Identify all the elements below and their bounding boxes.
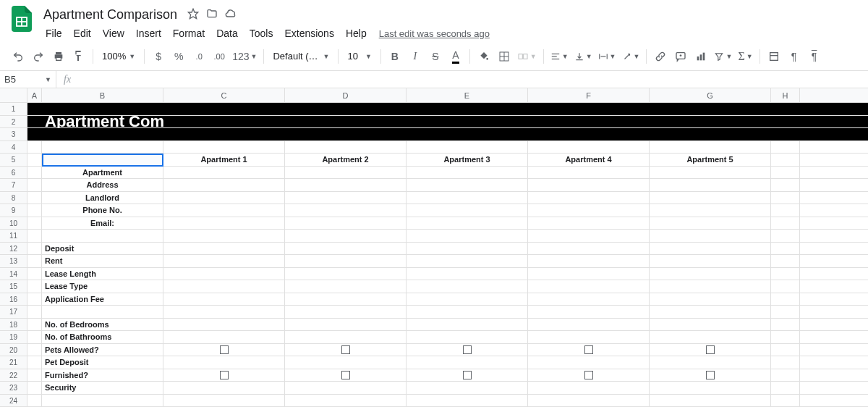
- cell[interactable]: [27, 243, 42, 255]
- cell[interactable]: [528, 204, 650, 217]
- cell[interactable]: [27, 255, 42, 267]
- cell[interactable]: [771, 243, 800, 255]
- cell[interactable]: [650, 382, 771, 394]
- percent-button[interactable]: %: [169, 47, 188, 66]
- cell[interactable]: [407, 167, 528, 179]
- cell[interactable]: [528, 369, 650, 382]
- last-edit-link[interactable]: Last edit was seconds ago: [379, 28, 490, 39]
- row-label[interactable]: Deposit: [42, 243, 163, 255]
- cell[interactable]: [27, 319, 42, 331]
- cell[interactable]: [285, 255, 407, 267]
- cell[interactable]: [42, 141, 163, 154]
- cell[interactable]: [650, 230, 771, 242]
- apartment-header[interactable]: Apartment 3: [407, 154, 528, 166]
- cell[interactable]: [27, 280, 42, 293]
- cell[interactable]: [285, 217, 407, 230]
- row-label[interactable]: Phone No.: [42, 204, 163, 217]
- cell[interactable]: [163, 116, 285, 128]
- cell[interactable]: [771, 395, 800, 407]
- cell[interactable]: [285, 319, 407, 331]
- cell[interactable]: [528, 280, 650, 293]
- cell[interactable]: [528, 103, 650, 115]
- cell[interactable]: [42, 306, 163, 318]
- cell[interactable]: [42, 128, 163, 140]
- cell[interactable]: [27, 293, 42, 306]
- cell[interactable]: [407, 369, 528, 382]
- row-header-21[interactable]: 21: [0, 356, 27, 369]
- cell[interactable]: [771, 369, 800, 382]
- cell[interactable]: [528, 319, 650, 331]
- cell[interactable]: [407, 192, 528, 204]
- cell[interactable]: [163, 243, 285, 255]
- cell[interactable]: [163, 344, 285, 356]
- cell[interactable]: [407, 243, 528, 255]
- cell[interactable]: [407, 128, 528, 140]
- cell[interactable]: [650, 116, 771, 128]
- checkbox[interactable]: [706, 345, 715, 354]
- cell[interactable]: [771, 192, 800, 204]
- cell[interactable]: [528, 141, 650, 154]
- cell[interactable]: [285, 382, 407, 394]
- cell[interactable]: [407, 356, 528, 369]
- cell[interactable]: [27, 167, 42, 179]
- cell[interactable]: [650, 331, 771, 343]
- font-family-select[interactable]: Default (Ari...▼: [268, 51, 333, 62]
- cell[interactable]: [285, 204, 407, 217]
- sheets-logo[interactable]: [9, 6, 35, 32]
- cell[interactable]: [528, 230, 650, 242]
- menu-view[interactable]: View: [98, 25, 129, 42]
- apartment-header[interactable]: Apartment 5: [650, 154, 771, 166]
- cell[interactable]: [163, 395, 285, 407]
- cell[interactable]: [163, 280, 285, 293]
- row-label[interactable]: Address: [42, 179, 163, 191]
- zoom-select[interactable]: 100%▼: [98, 51, 140, 62]
- checkbox[interactable]: [463, 345, 472, 354]
- row-header-4[interactable]: 4: [0, 141, 27, 154]
- col-header-B[interactable]: B: [42, 88, 163, 102]
- cell[interactable]: [407, 116, 528, 128]
- cell[interactable]: [407, 230, 528, 242]
- cell[interactable]: [163, 167, 285, 179]
- cell[interactable]: [285, 369, 407, 382]
- toolbar-icon-3[interactable]: ¶: [805, 47, 824, 66]
- cell[interactable]: [163, 369, 285, 382]
- formula-input[interactable]: [78, 71, 868, 88]
- cell[interactable]: [285, 293, 407, 306]
- cell[interactable]: [650, 255, 771, 267]
- cell[interactable]: [27, 116, 42, 128]
- cell[interactable]: [285, 344, 407, 356]
- insert-link-button[interactable]: [651, 47, 670, 66]
- italic-button[interactable]: I: [406, 47, 425, 66]
- cell[interactable]: [650, 293, 771, 306]
- cell[interactable]: [407, 306, 528, 318]
- cell[interactable]: [407, 331, 528, 343]
- row-header-13[interactable]: 13: [0, 255, 27, 268]
- cell[interactable]: [163, 179, 285, 191]
- sheet-title-cell[interactable]: Apartment Comparison: [42, 116, 163, 128]
- font-size-select[interactable]: 10▼: [343, 51, 375, 62]
- cell[interactable]: [528, 128, 650, 140]
- strikethrough-button[interactable]: S: [426, 47, 445, 66]
- checkbox[interactable]: [341, 371, 350, 379]
- row-header-11[interactable]: 11: [0, 230, 27, 243]
- cell[interactable]: [407, 179, 528, 191]
- print-button[interactable]: [49, 47, 68, 66]
- text-color-button[interactable]: A: [446, 47, 465, 66]
- cell[interactable]: [771, 331, 800, 343]
- cell[interactable]: [650, 217, 771, 230]
- name-box[interactable]: B5▼: [0, 71, 56, 88]
- cell[interactable]: [27, 204, 42, 217]
- cell[interactable]: [285, 230, 407, 242]
- row-header-23[interactable]: 23: [0, 382, 27, 395]
- cell[interactable]: [650, 369, 771, 382]
- checkbox[interactable]: [706, 371, 715, 379]
- row-header-20[interactable]: 20: [0, 344, 27, 357]
- cell[interactable]: [771, 103, 800, 115]
- filter-button[interactable]: ▼: [712, 47, 734, 66]
- cell[interactable]: [407, 395, 528, 407]
- cell[interactable]: [407, 382, 528, 394]
- cell[interactable]: [650, 141, 771, 154]
- menu-tools[interactable]: Tools: [244, 25, 278, 42]
- text-wrap-button[interactable]: ▼: [596, 47, 618, 66]
- cell[interactable]: [528, 382, 650, 394]
